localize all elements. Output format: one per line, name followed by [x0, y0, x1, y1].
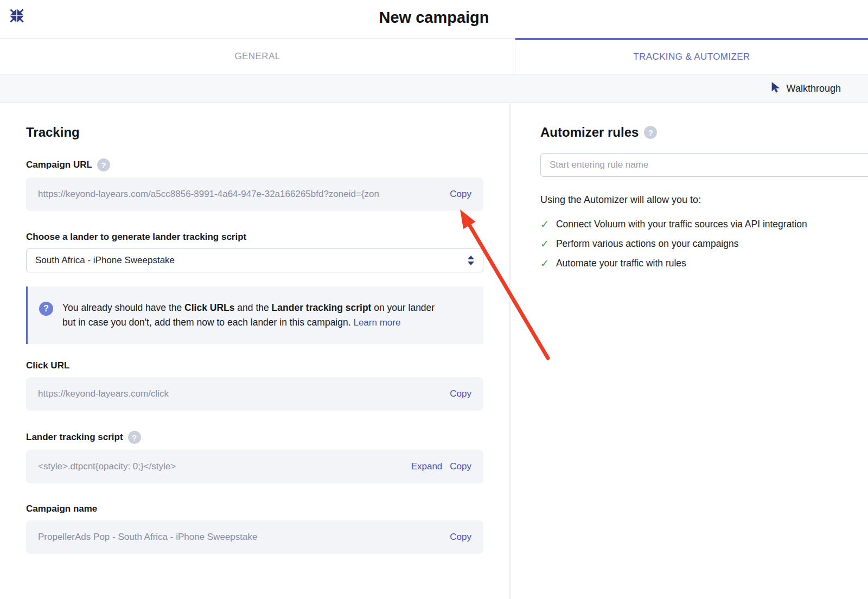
automizer-panel: Automizer rules ? Using the Automizer wi… [510, 103, 868, 599]
automizer-intro: Using the Automizer will allow you to: [540, 194, 868, 206]
select-spinner-icon [468, 256, 474, 265]
benefit-text: Perform various actions on your campaign… [556, 238, 739, 250]
walkthrough-button[interactable]: Walkthrough [770, 81, 841, 96]
walkthrough-label: Walkthrough [787, 83, 841, 94]
check-icon: ✓ [540, 238, 549, 250]
benefits-list: ✓ Connect Voluum with your traffic sourc… [540, 219, 868, 270]
campaign-url-copy-button[interactable]: Copy [450, 189, 471, 200]
help-icon[interactable]: ? [97, 158, 110, 171]
benefit-item: ✓ Perform various actions on your campai… [540, 238, 868, 250]
campaign-url-label: Campaign URL ? [26, 158, 483, 171]
help-icon[interactable]: ? [644, 126, 657, 139]
tracking-heading: Tracking [26, 125, 483, 140]
campaign-url-label-text: Campaign URL [26, 160, 92, 170]
campaign-name-field[interactable]: PropellerAds Pop - South Africa - iPhone… [26, 520, 483, 554]
lander-script-value: <style>.dtpcnt{opacity: 0;}</style> [38, 461, 404, 472]
lander-script-expand-button[interactable]: Expand [411, 461, 443, 472]
info-text: You already should have the Click URLs a… [62, 301, 442, 330]
tab-general[interactable]: GENERAL [0, 38, 515, 74]
campaign-name-value: PropellerAds Pop - South Africa - iPhone… [38, 532, 442, 543]
check-icon: ✓ [540, 258, 549, 270]
main-content: Tracking Campaign URL ? https://keyond-l… [0, 103, 868, 599]
campaign-name-copy-button[interactable]: Copy [450, 532, 471, 543]
benefit-text: Connect Voluum with your traffic sources… [556, 219, 807, 230]
lander-select-value: South Africa - iPhone Sweepstake [35, 255, 175, 266]
campaign-url-field[interactable]: https://keyond-layears.com/a5cc8856-8991… [26, 177, 483, 211]
header: New campaign [0, 0, 868, 38]
lander-select-label: Choose a lander to generate lander track… [26, 232, 483, 243]
tab-bar: GENERAL TRACKING & AUTOMIZER [0, 38, 868, 74]
click-url-label: Click URL [26, 360, 483, 371]
lander-script-label-text: Lander tracking script [26, 432, 123, 443]
automizer-heading-text: Automizer rules [540, 125, 639, 140]
tab-tracking-automizer[interactable]: TRACKING & AUTOMIZER [515, 38, 868, 74]
campaign-name-label: Campaign name [26, 504, 483, 514]
benefit-item: ✓ Automate your traffic with rules [540, 258, 868, 270]
click-url-copy-button[interactable]: Copy [450, 388, 471, 399]
help-icon[interactable]: ? [128, 431, 141, 444]
lander-script-label: Lander tracking script ? [26, 431, 483, 444]
rule-name-input[interactable] [540, 153, 868, 177]
info-text-1: You already should have the [62, 302, 184, 313]
info-bold-2: Lander tracking script [272, 302, 372, 313]
tracking-panel: Tracking Campaign URL ? https://keyond-l… [0, 103, 510, 599]
info-text-2: and the [234, 302, 271, 313]
collapse-button[interactable] [8, 7, 26, 26]
info-box: ? You already should have the Click URLs… [26, 286, 483, 344]
info-question-icon: ? [39, 302, 53, 316]
click-url-field[interactable]: https://keyond-layears.com/click Copy [26, 377, 483, 411]
walkthrough-bar: Walkthrough [0, 74, 868, 103]
cursor-icon [770, 81, 781, 96]
learn-more-link[interactable]: Learn more [353, 317, 400, 328]
automizer-heading: Automizer rules ? [540, 125, 868, 140]
campaign-url-value: https://keyond-layears.com/a5cc8856-8991… [38, 189, 442, 200]
benefit-text: Automate your traffic with rules [556, 258, 686, 269]
info-bold-1: Click URLs [184, 302, 234, 313]
lander-select[interactable]: South Africa - iPhone Sweepstake [26, 248, 483, 272]
collapse-icon [9, 17, 25, 26]
campaign-name-label-text: Campaign name [26, 504, 97, 514]
lander-select-label-text: Choose a lander to generate lander track… [26, 232, 246, 243]
check-icon: ✓ [540, 219, 549, 231]
lander-script-field[interactable]: <style>.dtpcnt{opacity: 0;}</style> Expa… [26, 450, 483, 483]
lander-script-copy-button[interactable]: Copy [450, 461, 471, 472]
page-title: New campaign [0, 0, 868, 27]
benefit-item: ✓ Connect Voluum with your traffic sourc… [540, 219, 868, 231]
click-url-value: https://keyond-layears.com/click [38, 388, 442, 399]
click-url-label-text: Click URL [26, 360, 69, 371]
